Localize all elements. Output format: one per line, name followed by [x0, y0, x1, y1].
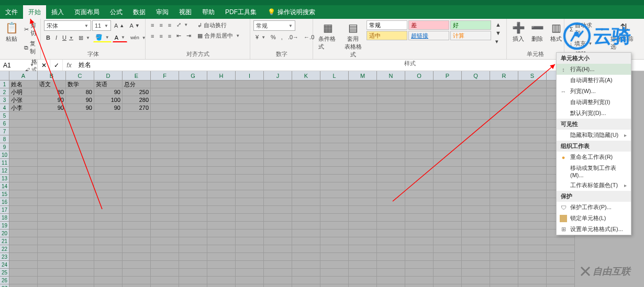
cell[interactable] — [490, 214, 518, 222]
cell[interactable] — [94, 237, 123, 245]
cell[interactable] — [66, 277, 94, 284]
col-header-M[interactable]: M — [349, 71, 377, 81]
cell[interactable] — [462, 269, 490, 277]
cell[interactable] — [320, 245, 349, 253]
cell[interactable] — [405, 104, 434, 112]
cell[interactable] — [405, 229, 434, 237]
cell[interactable] — [377, 237, 405, 245]
cell[interactable] — [377, 277, 405, 284]
menu-format-cells[interactable]: ⊞设置单元格格式(E)... — [557, 224, 631, 235]
cell[interactable] — [236, 143, 264, 151]
cell[interactable] — [207, 128, 236, 135]
cell[interactable] — [207, 253, 236, 261]
cell[interactable] — [377, 284, 405, 287]
cell[interactable] — [377, 222, 405, 229]
align-left-button[interactable]: ≡ — [149, 32, 156, 40]
cell[interactable] — [292, 128, 320, 135]
cell[interactable] — [66, 237, 94, 245]
cell[interactable] — [9, 120, 38, 128]
col-header-B[interactable]: B — [38, 71, 66, 81]
cell[interactable] — [207, 245, 236, 253]
cell[interactable] — [38, 269, 66, 277]
cell[interactable] — [151, 198, 179, 206]
cell[interactable] — [518, 167, 547, 175]
cell[interactable] — [66, 222, 94, 229]
cell[interactable] — [179, 143, 207, 151]
row-header-23[interactable]: 23 — [0, 253, 9, 261]
cell[interactable] — [349, 253, 377, 261]
cell[interactable] — [123, 253, 151, 261]
cell[interactable] — [349, 88, 377, 96]
cell[interactable] — [264, 253, 292, 261]
tab-file[interactable]: 文件 — [0, 5, 23, 19]
cell[interactable] — [151, 206, 179, 214]
cell[interactable] — [462, 190, 490, 198]
cell[interactable] — [38, 112, 66, 120]
cell[interactable] — [518, 214, 547, 222]
cell[interactable] — [94, 253, 123, 261]
cell[interactable] — [66, 159, 94, 167]
cell[interactable] — [236, 277, 264, 284]
cell[interactable] — [405, 277, 434, 284]
cell[interactable]: 英语 — [94, 81, 123, 88]
cell[interactable] — [264, 229, 292, 237]
italic-button[interactable]: I — [53, 33, 59, 42]
cell[interactable] — [462, 81, 490, 88]
cell[interactable] — [123, 229, 151, 237]
cell[interactable] — [66, 182, 94, 190]
cell[interactable] — [123, 135, 151, 143]
cell[interactable] — [462, 261, 490, 269]
cell[interactable] — [292, 229, 320, 237]
cell[interactable] — [94, 128, 123, 135]
cell[interactable] — [434, 151, 462, 159]
cell[interactable] — [94, 143, 123, 151]
cell[interactable] — [66, 190, 94, 198]
col-header-I[interactable]: I — [236, 71, 264, 81]
cell[interactable] — [179, 104, 207, 112]
cell[interactable] — [434, 135, 462, 143]
cell[interactable] — [405, 112, 434, 120]
cell[interactable] — [9, 190, 38, 198]
cell[interactable] — [462, 120, 490, 128]
cell[interactable] — [207, 190, 236, 198]
cell[interactable] — [179, 237, 207, 245]
increase-decimal-button[interactable]: .0→ — [286, 33, 301, 41]
cell[interactable] — [320, 81, 349, 88]
cell[interactable] — [518, 175, 547, 182]
cell[interactable] — [434, 112, 462, 120]
cell[interactable] — [123, 198, 151, 206]
cell[interactable] — [349, 198, 377, 206]
cell[interactable] — [264, 261, 292, 269]
cell[interactable] — [490, 222, 518, 229]
col-header-N[interactable]: N — [377, 71, 405, 81]
cell[interactable] — [179, 112, 207, 120]
cell[interactable] — [66, 128, 94, 135]
cell[interactable] — [377, 96, 405, 104]
worksheet-grid[interactable]: ABCDEFGHIJKLMNOPQRST 1234567891011121314… — [0, 71, 644, 287]
cell[interactable] — [320, 269, 349, 277]
row-header-7[interactable]: 7 — [0, 128, 9, 135]
tab-data[interactable]: 数据 — [128, 5, 151, 19]
copy-button[interactable]: ⧉复制 — [22, 39, 39, 56]
cell[interactable] — [320, 229, 349, 237]
cell[interactable] — [462, 229, 490, 237]
cell[interactable] — [377, 175, 405, 182]
row-header-20[interactable]: 20 — [0, 229, 9, 237]
cell[interactable] — [434, 245, 462, 253]
cell[interactable] — [236, 128, 264, 135]
cell[interactable] — [38, 143, 66, 151]
cell[interactable] — [320, 151, 349, 159]
cell[interactable] — [9, 284, 38, 287]
cell[interactable] — [292, 284, 320, 287]
cell[interactable] — [9, 237, 38, 245]
cell[interactable] — [320, 198, 349, 206]
cell[interactable] — [349, 96, 377, 104]
row-header-16[interactable]: 16 — [0, 198, 9, 206]
cell[interactable]: 80 — [66, 88, 94, 96]
cell[interactable] — [207, 143, 236, 151]
cell[interactable] — [320, 206, 349, 214]
cell[interactable] — [405, 96, 434, 104]
cell[interactable] — [320, 88, 349, 96]
cell[interactable] — [349, 182, 377, 190]
cell[interactable] — [151, 269, 179, 277]
